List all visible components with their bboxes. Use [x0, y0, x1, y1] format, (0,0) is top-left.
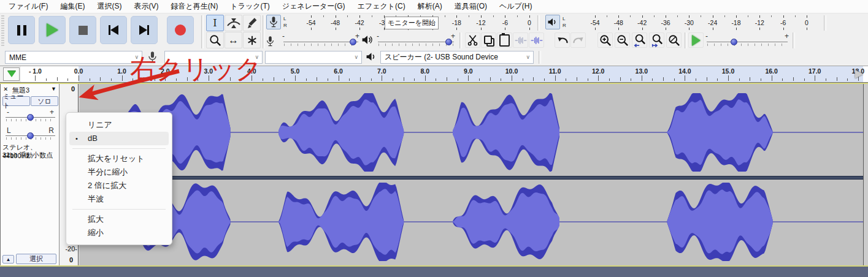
menubar-item-2[interactable]: 編集(E) — [54, 0, 91, 13]
vertical-scrollbar[interactable] — [863, 84, 868, 265]
ruler-tick — [826, 78, 826, 81]
context-menu-item-label: 拡大をリセット — [88, 154, 145, 163]
meter-scale-label: -12 — [472, 19, 490, 26]
play-speed-slider[interactable]: - + — [705, 32, 789, 48]
menubar-item-8[interactable]: エフェクト(C) — [351, 0, 412, 13]
recording-volume-slider[interactable]: - + — [282, 32, 359, 48]
monitor-tooltip[interactable]: モニターを開始 — [385, 17, 439, 29]
record-button[interactable] — [167, 16, 194, 44]
stop-button[interactable] — [69, 16, 96, 44]
chevron-down-icon: ∨ — [526, 54, 530, 60]
track-menu-arrow-icon[interactable]: ▼ — [51, 86, 56, 92]
menubar-item-9[interactable]: 解析(A) — [412, 0, 448, 13]
skip-to-start-button[interactable] — [100, 16, 127, 44]
ruler-time-label: 3.0 — [196, 67, 221, 75]
playback-volume-thumb[interactable] — [445, 39, 452, 45]
slider-minus-label: - — [377, 32, 379, 40]
selection-tool-button[interactable]: I — [206, 15, 224, 31]
trim-icon — [514, 36, 528, 45]
recording-channels-combo[interactable]: ∨ — [265, 51, 362, 64]
playback-device-combo[interactable]: スピーカー (2- USB Sound Device∨ — [380, 51, 534, 64]
menubar: ファイル(F)編集(E)選択(S)表示(V)録音と再生(N)トラック(T)ジェネ… — [0, 0, 868, 13]
recording-volume-thumb[interactable] — [350, 39, 356, 45]
ruler-tick — [176, 78, 177, 81]
recording-device-combo[interactable]: ∨ — [164, 51, 263, 64]
audio-host-combo[interactable]: MME∨ — [5, 51, 142, 64]
skip-end-icon — [147, 25, 149, 35]
ruler-time-label: 17.0 — [802, 67, 827, 75]
meter-tick — [481, 28, 482, 30]
zoom-tool-button[interactable] — [206, 32, 224, 48]
paste-button[interactable] — [497, 32, 512, 48]
zoom-in-button[interactable] — [597, 32, 613, 48]
pan-thumb[interactable] — [27, 132, 34, 139]
draw-tool-button[interactable] — [243, 15, 261, 31]
transport-toolbar-grip[interactable] — [1, 15, 4, 47]
copy-button[interactable] — [481, 32, 496, 48]
ruler-tick — [750, 77, 750, 81]
play-speed-thumb[interactable] — [731, 39, 737, 45]
play-at-speed-button[interactable] — [688, 32, 704, 48]
recording-device-label — [147, 51, 158, 66]
menubar-item-3[interactable]: 選択(S) — [91, 0, 128, 13]
collapse-track-button[interactable]: ▲ — [2, 255, 14, 264]
ruler-tick — [523, 78, 523, 81]
solo-button[interactable]: ソロ — [31, 96, 58, 106]
context-menu-item-2 倍に拡大[interactable]: 2 倍に拡大 — [69, 179, 169, 192]
menubar-item-6[interactable]: トラック(T) — [224, 0, 275, 13]
fit-selection-button[interactable] — [632, 32, 647, 48]
timeline-options-button[interactable] — [3, 67, 20, 81]
menubar-item-5[interactable]: 録音と再生(N) — [164, 0, 224, 13]
context-menu-item-リニア[interactable]: リニア — [69, 118, 169, 132]
silence-audio-button[interactable] — [529, 32, 544, 48]
select-track-button[interactable]: 選択 — [16, 254, 56, 264]
timeline-ruler[interactable]: - 1.00.01.02.03.04.05.06.07.08.09.010.01… — [0, 66, 868, 83]
envelope-tool-button[interactable] — [225, 15, 242, 31]
play-button[interactable] — [39, 16, 66, 44]
context-menu-item-縮小[interactable]: 縮小 — [69, 226, 169, 240]
multi-tool-button[interactable] — [243, 32, 261, 48]
track-control-panel[interactable]: × 無題3 ▼ ミュート ソロ - + L R ステレオ、44100Hz 32b… — [0, 84, 60, 265]
meter-tick — [642, 28, 643, 30]
menubar-item-4[interactable]: 表示(V) — [128, 0, 164, 13]
pause-button[interactable] — [8, 16, 35, 44]
context-menu-item-dB[interactable]: •dB — [69, 132, 169, 145]
meter-tick-minor — [630, 15, 631, 17]
context-menu-item-拡大をリセット[interactable]: 拡大をリセット — [69, 152, 169, 165]
zoom-toggle-button[interactable] — [666, 32, 682, 48]
trim-audio-button[interactable] — [513, 32, 528, 48]
pan-slider[interactable]: L R — [4, 127, 56, 140]
waveform-canvas[interactable] — [79, 84, 863, 265]
fit-project-button[interactable] — [649, 32, 664, 48]
ruler-tick — [609, 78, 610, 81]
menubar-item-11[interactable]: ヘルプ(H) — [493, 0, 539, 13]
gain-thumb[interactable] — [27, 114, 34, 121]
undo-button[interactable] — [555, 32, 570, 48]
menubar-item-1[interactable]: ファイル(F) — [2, 0, 54, 13]
context-menu-item-半波[interactable]: 半波 — [69, 192, 169, 206]
mute-button[interactable]: ミュート — [2, 96, 30, 106]
ruler-tick — [490, 77, 491, 81]
menubar-item-7[interactable]: ジェネレーター(G) — [276, 0, 351, 13]
playback-volume-slider[interactable]: - + — [377, 32, 455, 48]
ruler-tick — [382, 75, 382, 81]
skip-to-end-button[interactable] — [131, 16, 158, 44]
playback-meter[interactable]: L R -54-48-42-36-30-24-18-12-60 — [545, 15, 822, 31]
menubar-item-10[interactable]: 道具箱(O) — [448, 0, 493, 13]
zoom-selection-icon — [634, 34, 646, 47]
ruler-tick — [782, 78, 783, 81]
meter-tick — [336, 15, 336, 18]
gain-slider[interactable]: - + — [4, 108, 56, 122]
context-menu-item-拡大[interactable]: 拡大 — [69, 213, 169, 226]
context-menu-item-半分に縮小[interactable]: 半分に縮小 — [69, 165, 169, 179]
meter-scale-label: -54 — [586, 19, 604, 26]
time-shift-tool-button[interactable]: ↔ — [225, 32, 242, 48]
redo-button[interactable] — [570, 32, 586, 48]
zoom-out-button[interactable] — [615, 32, 630, 48]
cut-button[interactable] — [465, 32, 480, 48]
ruler-time-label: - 1.0 — [23, 67, 47, 75]
ruler-time-label: 10.0 — [499, 67, 524, 75]
ruler-tick — [317, 77, 317, 81]
meter-scale-label: -6 — [496, 19, 514, 26]
context-menu-separator — [72, 209, 166, 210]
